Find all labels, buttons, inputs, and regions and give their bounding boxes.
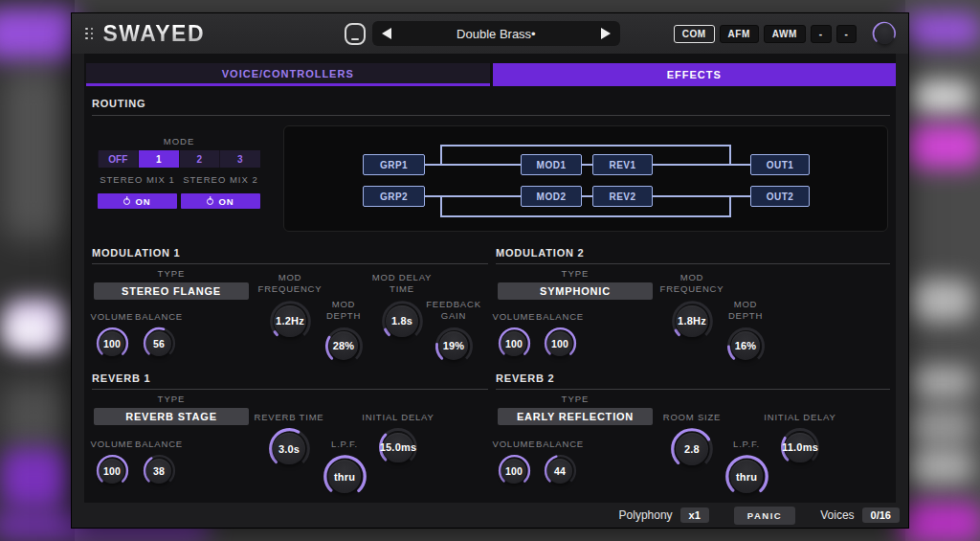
background-blob [902, 13, 980, 46]
type-selector[interactable]: REVERB STAGE [94, 408, 249, 425]
balance-knob[interactable]: 100 [544, 327, 577, 360]
node-rev1[interactable]: REV1 [592, 154, 653, 175]
node-out2[interactable]: OUT2 [750, 186, 810, 207]
node-grp1[interactable]: GRP1 [363, 154, 425, 175]
divider [92, 263, 488, 264]
modulation1-section: MODULATION 1 TYPE STEREO FLANGE VOLUME 1… [92, 247, 488, 372]
preset-name[interactable]: Double Brass• [391, 27, 601, 41]
knob-label: L.P.F. [733, 439, 760, 450]
knob-label: INITIAL DELAY [764, 412, 835, 423]
com-button[interactable]: COM [674, 25, 715, 43]
background-blob [909, 366, 974, 398]
stereo-mix-2-toggle[interactable]: ON [181, 193, 260, 209]
wire [425, 164, 521, 166]
node-mod1[interactable]: MOD1 [521, 154, 582, 175]
balance-knob[interactable]: 38 [143, 454, 176, 487]
footer-bar: Polyphony x1 PANIC Voices 0/16 [72, 503, 908, 528]
type-selector[interactable]: SYMPHONIC [498, 282, 653, 300]
wire [653, 195, 750, 197]
knob-label: FEEDBACK GAIN [421, 299, 486, 323]
header-mode-buttons: COM AFM AWM - - [674, 25, 858, 43]
initial-delay-knob[interactable]: 11.0ms [780, 427, 820, 467]
balance-knob[interactable]: 56 [143, 327, 176, 360]
background-blob [898, 502, 980, 541]
background-blob [903, 124, 980, 169]
wire [440, 215, 731, 217]
knob-label: VOLUME [493, 439, 536, 450]
routing-diagram: GRP1 MOD1 REV1 OUT1 GRP2 MOD2 REV2 OUT2 [283, 125, 888, 232]
node-rev2[interactable]: REV2 [592, 186, 653, 207]
knob-label: REVERB TIME [254, 412, 323, 423]
power-icon [123, 198, 130, 205]
type-label: TYPE [94, 268, 249, 279]
type-label: TYPE [498, 394, 653, 404]
knob-label: VOLUME [91, 311, 134, 323]
volume-knob[interactable]: 100 [498, 327, 531, 360]
stereo-mix-2-label: STEREO MIX 2 [181, 174, 260, 185]
type-label: TYPE [94, 394, 249, 404]
knob-label: INITIAL DELAY [362, 412, 434, 423]
power-icon [207, 198, 213, 205]
mod-depth-knob[interactable]: 28% [324, 327, 364, 366]
mode-off-button[interactable]: OFF [99, 150, 139, 168]
tab-effects[interactable]: EFFECTS [493, 63, 897, 86]
next-preset-icon[interactable] [601, 28, 611, 39]
polyphony-value[interactable]: x1 [680, 507, 709, 523]
main-panel: VOICE/CONTROLLERS EFFECTS ROUTING MODE O… [84, 54, 896, 503]
type-label: TYPE [498, 268, 653, 279]
background-blob [6, 316, 54, 345]
awm-button[interactable]: AWM [764, 25, 806, 43]
background-blob [2, 383, 65, 450]
menu-dots-icon[interactable] [85, 28, 94, 40]
wire [729, 145, 731, 166]
divider [496, 389, 890, 390]
initial-delay-knob[interactable]: 15.0ms [378, 427, 418, 467]
node-grp2[interactable]: GRP2 [363, 186, 425, 207]
mod-frequency-knob[interactable]: 1.2Hz [269, 300, 312, 343]
wire [582, 195, 592, 197]
afm-button[interactable]: AFM [720, 25, 759, 43]
prev-preset-icon[interactable] [382, 28, 391, 39]
type-selector[interactable]: EARLY REFLECTION [498, 408, 653, 425]
mode-2-button[interactable]: 2 [180, 150, 220, 168]
volume-knob[interactable]: 100 [96, 327, 129, 360]
mod-depth-knob[interactable]: 16% [726, 327, 766, 366]
blank-button-1[interactable]: - [811, 25, 832, 43]
reverb2-section: REVERB 2 TYPE EARLY REFLECTION VOLUME 10… [496, 372, 890, 501]
mod-frequency-knob[interactable]: 1.8Hz [671, 300, 714, 343]
section-title: MODULATION 1 [92, 247, 181, 259]
knob-label: MOD DELAY TIME [362, 272, 442, 296]
balance-knob[interactable]: 44 [544, 454, 577, 487]
feedback-gain-knob[interactable]: 19% [434, 327, 474, 366]
stereo-mix-1-toggle[interactable]: ON [98, 193, 177, 209]
knob-label: BALANCE [135, 311, 183, 323]
volume-knob[interactable]: 100 [498, 454, 531, 487]
wire [440, 145, 442, 166]
background-blob [909, 80, 974, 113]
save-preset-icon[interactable] [345, 23, 366, 45]
volume-knob[interactable]: 100 [96, 454, 129, 487]
mod-delay-time-knob[interactable]: 1.8s [381, 300, 424, 343]
wire [440, 196, 442, 217]
master-volume-knob[interactable] [872, 19, 897, 48]
section-title: REVERB 2 [496, 372, 554, 384]
node-out1[interactable]: OUT1 [750, 154, 810, 175]
blank-button-2[interactable]: - [836, 25, 858, 43]
panic-button[interactable]: PANIC [734, 507, 795, 525]
mode-3-button[interactable]: 3 [220, 150, 260, 168]
divider [92, 389, 488, 390]
node-mod2[interactable]: MOD2 [521, 186, 582, 207]
polyphony-label: Polyphony [619, 508, 673, 522]
knob-label: L.P.F. [331, 439, 358, 450]
header-bar: SWAYED Double Brass• COM AFM AWM - - [72, 13, 908, 54]
background-blob [909, 280, 974, 322]
mode-1-button[interactable]: 1 [139, 150, 179, 168]
type-selector[interactable]: STEREO FLANGE [94, 282, 249, 300]
background-blob [0, 8, 78, 60]
tab-bar: VOICE/CONTROLLERS EFFECTS [86, 63, 896, 86]
wire [729, 196, 731, 217]
tab-voice-controllers[interactable]: VOICE/CONTROLLERS [86, 63, 490, 86]
section-title: MODULATION 2 [496, 247, 585, 259]
background-blob [0, 448, 69, 507]
wire [653, 164, 750, 166]
